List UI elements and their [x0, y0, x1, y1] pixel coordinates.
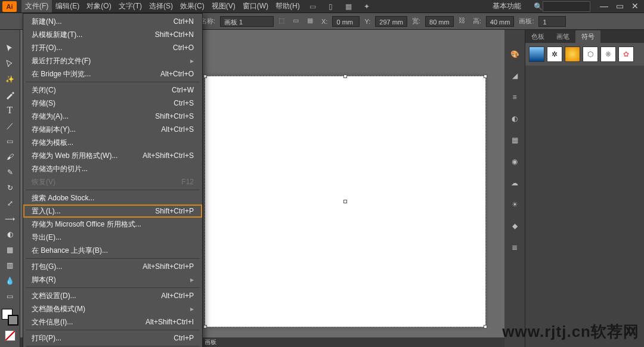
x-field[interactable]: 0 mm [332, 16, 360, 27]
menu-help[interactable]: 帮助(H) [272, 0, 304, 13]
h-field[interactable]: 40 mm [486, 16, 515, 27]
window-restore[interactable]: ▭ [613, 2, 626, 11]
appearance-panel-icon[interactable]: ◉ [508, 155, 521, 168]
menu-item[interactable]: 存储选中的切片... [23, 162, 202, 175]
menu-item[interactable]: 存储为模板... [23, 136, 202, 149]
artboard-handle[interactable] [203, 75, 207, 78]
menu-item[interactable]: 在 Bridge 中浏览...Alt+Ctrl+O [23, 67, 202, 80]
artboard-handle[interactable] [484, 75, 487, 78]
artboards-field[interactable]: 1 [538, 16, 566, 27]
search-input[interactable] [543, 1, 590, 12]
w-field[interactable]: 80 mm [425, 16, 454, 27]
menu-item[interactable]: 存储为(A)...Shift+Ctrl+S [23, 110, 202, 123]
paintbrush-tool[interactable]: 🖌 [3, 150, 17, 163]
gradient-tool[interactable]: ▥ [3, 259, 17, 272]
color-swatches[interactable] [2, 309, 18, 326]
pencil-tool[interactable]: ✎ [3, 166, 17, 179]
symbol-thumb[interactable]: ❋ [600, 47, 616, 62]
symbol-thumb[interactable]: ⬡ [583, 47, 598, 62]
color-panel-icon[interactable]: 🎨 [508, 48, 521, 61]
gradient-panel-icon[interactable]: ◐ [508, 112, 521, 125]
menu-item[interactable]: 存储副本(Y)...Alt+Ctrl+S [23, 123, 202, 136]
symbol-thumb[interactable] [529, 47, 544, 62]
menu-item[interactable]: 打包(G)...Alt+Shift+Ctrl+P [23, 260, 202, 273]
menu-item[interactable]: 新建(N)...Ctrl+N [23, 15, 202, 28]
artboard-center[interactable] [343, 200, 347, 203]
tab-symbols[interactable]: 符号 [575, 30, 600, 43]
name-field[interactable]: 画板 1 [220, 16, 274, 27]
mesh-tool[interactable]: ▦ [3, 243, 17, 256]
menu-view[interactable]: 视图(V) [208, 0, 239, 13]
no-color-icon[interactable] [5, 330, 16, 341]
artboard-handle[interactable] [203, 325, 207, 329]
magic-wand-tool[interactable]: ✨ [3, 73, 17, 86]
layers-panel-icon[interactable]: ≣ [508, 241, 521, 254]
menu-item[interactable]: 最近打开的文件(F)▸ [23, 54, 202, 67]
h-label: 高: [473, 17, 481, 26]
eyedropper-tool[interactable]: 💧 [3, 274, 17, 287]
menu-effect[interactable]: 效果(C) [177, 0, 208, 13]
symbols-panel-icon[interactable]: ◆ [508, 219, 521, 233]
type-tool[interactable]: T [3, 104, 17, 117]
stroke-swatch[interactable] [8, 315, 18, 326]
menu-text[interactable]: 文字(T) [115, 0, 145, 13]
workspace-switcher[interactable]: 基本功能 [481, 1, 533, 11]
stroke-panel-icon[interactable]: ≡ [508, 91, 521, 104]
y-field[interactable]: 297 mm [375, 16, 407, 27]
brushes-panel-icon[interactable]: ☀ [508, 198, 521, 211]
menu-item[interactable]: 从模板新建(T)...Shift+Ctrl+N [23, 28, 202, 41]
symbol-thumb[interactable]: ✲ [547, 47, 562, 62]
search-icon[interactable]: 🔍 [533, 2, 543, 11]
artboard[interactable] [205, 76, 485, 327]
arrange-icon[interactable]: ▦ [344, 2, 354, 11]
menu-item[interactable]: 文档设置(D)...Alt+Ctrl+P [23, 289, 202, 302]
orientation-portrait-icon[interactable]: ⬚ [278, 17, 288, 26]
menu-item[interactable]: 关闭(C)Ctrl+W [23, 83, 202, 97]
menu-select[interactable]: 选择(S) [145, 0, 177, 13]
rotate-tool[interactable]: ↻ [3, 181, 17, 194]
menu-item[interactable]: 在 Behance 上共享(B)... [23, 244, 202, 257]
menu-item[interactable]: 存储为 Web 所用格式(W)...Alt+Shift+Ctrl+S [23, 149, 202, 162]
menu-item[interactable]: 文档颜色模式(M)▸ [23, 302, 202, 315]
rectangle-tool[interactable]: ▭ [3, 135, 17, 148]
menu-object[interactable]: 对象(O) [83, 0, 114, 13]
libraries-panel-icon[interactable]: ☁ [508, 176, 521, 190]
symbol-thumb[interactable] [565, 47, 580, 62]
menu-item[interactable]: 打印(P)...Ctrl+P [23, 331, 202, 345]
pen-tool[interactable] [3, 88, 17, 101]
dock-toggle-icon[interactable]: ▭ [308, 2, 318, 11]
selection-tool[interactable] [3, 42, 17, 55]
menu-item[interactable]: 导出(E)... [23, 231, 202, 244]
reference-point-icon[interactable]: ▦ [307, 17, 317, 26]
direct-selection-tool[interactable] [3, 57, 17, 70]
menu-item[interactable]: 置入(L)...Shift+Ctrl+P [23, 205, 202, 218]
window-minimize[interactable]: — [597, 2, 611, 11]
tab-swatches[interactable]: 色板 [525, 30, 550, 43]
menu-item[interactable]: 存储为 Microsoft Office 所用格式... [23, 218, 202, 231]
color-guide-icon[interactable]: ◢ [508, 69, 521, 82]
width-tool[interactable]: ⟶ [3, 212, 17, 225]
symbol-thumb[interactable]: ✿ [618, 47, 634, 62]
window-close[interactable]: ✕ [628, 2, 642, 11]
menu-item[interactable]: 搜索 Adobe Stock... [23, 191, 202, 205]
menu-file[interactable]: 文件(F) [21, 0, 52, 13]
menu-item[interactable]: 文件信息(I)...Alt+Shift+Ctrl+I [23, 315, 202, 329]
gpu-icon[interactable]: ✦ [362, 2, 371, 11]
artboard-tool[interactable]: ▭ [3, 290, 17, 303]
menu-item[interactable]: 打开(O)...Ctrl+O [23, 41, 202, 54]
scale-tool[interactable]: ⤢ [3, 197, 17, 210]
shape-builder-tool[interactable]: ◐ [3, 228, 17, 241]
menu-edit[interactable]: 编辑(E) [52, 0, 83, 13]
transparency-panel-icon[interactable]: ▦ [508, 134, 521, 147]
link-wh-icon[interactable]: ⛓ [459, 17, 468, 26]
artboard-handle[interactable] [484, 325, 487, 329]
menu-item[interactable]: 脚本(R)▸ [23, 273, 202, 286]
dock-panel-icon[interactable]: ▯ [326, 2, 336, 11]
artboard-handle[interactable] [343, 75, 347, 78]
menubar: Ai 文件(F) 编辑(E) 对象(O) 文字(T) 选择(S) 效果(C) 视… [0, 0, 644, 13]
menu-window[interactable]: 窗口(W) [239, 0, 272, 13]
line-tool[interactable]: ／ [3, 119, 17, 132]
tab-brushes[interactable]: 画笔 [550, 30, 575, 43]
menu-item[interactable]: 存储(S)Ctrl+S [23, 97, 202, 110]
orientation-landscape-icon[interactable]: ▭ [293, 17, 302, 26]
